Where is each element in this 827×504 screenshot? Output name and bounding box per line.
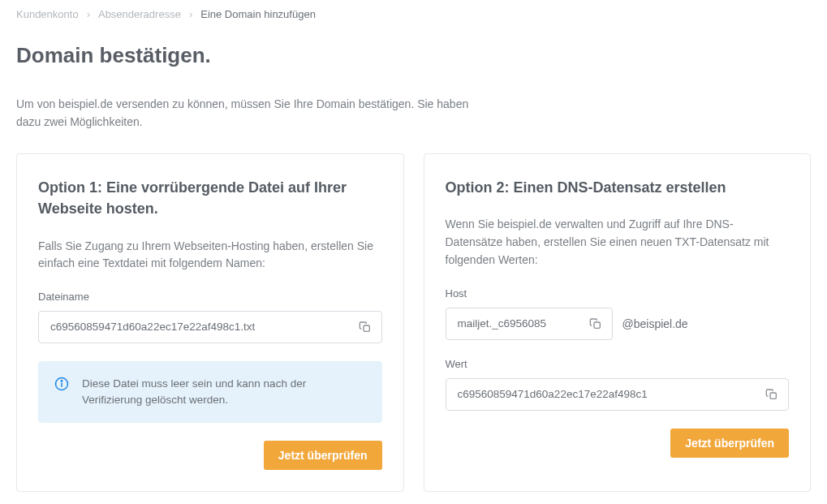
page-title: Domain bestätigen. xyxy=(16,43,811,68)
value-label: Wert xyxy=(446,358,790,370)
breadcrumb: Kundenkonto › Absenderadresse › Eine Dom… xyxy=(16,8,811,20)
host-label: Host xyxy=(446,287,790,299)
option1-card: Option 1: Eine vorrübergende Datei auf I… xyxy=(16,153,404,492)
info-box: Diese Datei muss leer sein und kann nach… xyxy=(38,361,382,424)
copy-value-button[interactable] xyxy=(756,378,788,411)
filename-value: c69560859471d60a22ec17e22af498c1.txt xyxy=(39,321,349,333)
chevron-right-icon: › xyxy=(87,8,90,20)
info-icon xyxy=(54,377,69,394)
svg-rect-5 xyxy=(770,393,776,398)
filename-field: c69560859471d60a22ec17e22af498c1.txt xyxy=(38,311,382,343)
value-value: c69560859471d60a22ec17e22af498c1 xyxy=(446,388,756,400)
copy-icon xyxy=(589,317,602,330)
breadcrumb-item-sender-address[interactable]: Absenderadresse xyxy=(98,8,181,20)
breadcrumb-item-account[interactable]: Kundenkonto xyxy=(16,8,79,20)
option2-heading: Option 2: Einen DNS-Datensatz erstellen xyxy=(446,177,790,198)
copy-host-button[interactable] xyxy=(579,308,612,340)
copy-icon xyxy=(765,388,778,401)
chevron-right-icon: › xyxy=(189,8,192,20)
copy-icon xyxy=(359,321,372,334)
verify-option1-button[interactable]: Jetzt überprüfen xyxy=(264,441,382,470)
host-field: mailjet._c6956085 xyxy=(446,308,613,340)
option1-heading: Option 1: Eine vorrübergende Datei auf I… xyxy=(38,177,382,219)
option1-description: Falls Sie Zugang zu Ihrem Webseiten-Host… xyxy=(38,238,382,273)
info-message: Diese Datei muss leer sein und kann nach… xyxy=(82,376,366,409)
value-field: c69560859471d60a22ec17e22af498c1 xyxy=(446,378,790,411)
filename-label: Dateiname xyxy=(38,291,382,303)
option2-description: Wenn Sie beispiel.de verwalten und Zugri… xyxy=(446,216,790,269)
page-description: Um von beispiel.de versenden zu können, … xyxy=(16,96,471,131)
host-suffix: @beispiel.de xyxy=(622,317,688,330)
verify-option2-button[interactable]: Jetzt überprüfen xyxy=(670,429,789,458)
svg-point-3 xyxy=(61,380,62,381)
breadcrumb-item-current: Eine Domain hinzufügen xyxy=(200,8,316,20)
svg-rect-0 xyxy=(364,325,369,331)
svg-rect-4 xyxy=(594,322,600,328)
copy-filename-button[interactable] xyxy=(349,311,381,343)
host-value: mailjet._c6956085 xyxy=(446,317,579,330)
option2-card: Option 2: Einen DNS-Datensatz erstellen … xyxy=(424,153,812,492)
